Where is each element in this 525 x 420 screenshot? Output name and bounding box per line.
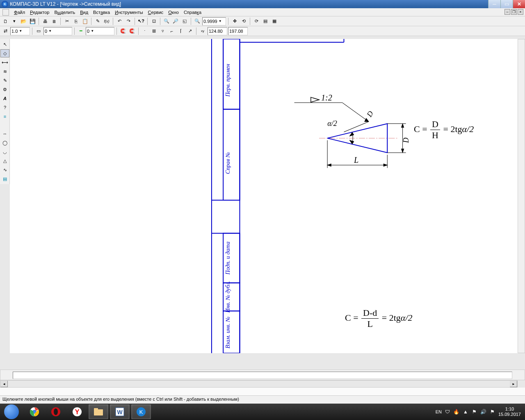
lcs-button[interactable]: ↗: [186, 27, 194, 35]
layer-combo[interactable]: 0▼: [86, 27, 114, 35]
maximize-button[interactable]: ▭: [500, 0, 513, 8]
preview-button[interactable]: 🗎: [50, 17, 58, 25]
menu-select[interactable]: Выделить: [52, 9, 78, 16]
layer-vis-icon[interactable]: ━: [77, 27, 85, 35]
window-layout2-button[interactable]: ▦: [270, 17, 278, 25]
formula-2: C = D-dL = 2tgα/2: [345, 308, 413, 329]
vt-arc-button[interactable]: ◡: [0, 148, 9, 156]
param-button[interactable]: ▿: [159, 27, 167, 35]
mdi-minimize-button[interactable]: –: [504, 9, 510, 15]
yandex-icon[interactable]: Y: [67, 404, 87, 419]
system-tray: EN 🛡 🔥 ▲ ⚑ 🔊 ⚑ 1:10 15.09.2017: [436, 406, 525, 417]
state-button[interactable]: ▭: [34, 27, 43, 35]
tray-volume-icon[interactable]: 🔊: [480, 409, 487, 415]
vt-line-button[interactable]: ↔: [0, 130, 9, 138]
explorer-icon[interactable]: [89, 404, 108, 419]
zoom-prev-button[interactable]: ⟲: [240, 17, 248, 25]
svg-marker-29: [327, 164, 331, 166]
vt-param-button[interactable]: ⚙: [0, 85, 9, 94]
mdi-restore-button[interactable]: ❐: [511, 9, 517, 15]
vt-hatch-button[interactable]: ▤: [0, 175, 9, 183]
zoom-window-button[interactable]: ⊡: [150, 17, 158, 25]
vt-dimensions-button[interactable]: ⟷: [0, 58, 9, 66]
coord-x-field[interactable]: 124.80: [208, 27, 227, 35]
step-combo[interactable]: 1.0▼: [10, 27, 30, 35]
zoom-in-button[interactable]: [162, 17, 171, 25]
menu-service[interactable]: Сервис: [146, 9, 166, 16]
snap1-icon[interactable]: ⋅: [141, 27, 149, 35]
scrollbar-vertical[interactable]: [518, 39, 525, 353]
mdi-close-button[interactable]: ×: [518, 9, 523, 15]
property-input[interactable]: [13, 372, 512, 379]
pan-button[interactable]: ✥: [231, 17, 239, 25]
vt-edit-button[interactable]: ✎: [0, 76, 9, 84]
start-button[interactable]: [0, 404, 23, 420]
tray-flag-icon[interactable]: ⚑: [471, 409, 478, 415]
tray-clock[interactable]: 1:10 15.09.2017: [498, 406, 521, 417]
zoom-scale-button[interactable]: 🔍: [193, 17, 201, 25]
refresh-button[interactable]: ⟳: [252, 17, 260, 25]
zoom-fit-button[interactable]: ◱: [180, 17, 189, 25]
copy-button[interactable]: [72, 17, 80, 25]
save-button[interactable]: [28, 17, 37, 25]
vt-circle-button[interactable]: ◯: [0, 139, 9, 147]
scroll-right-button[interactable]: ►: [510, 381, 517, 387]
menu-view[interactable]: Вид: [78, 9, 91, 16]
angle-label: α/2: [327, 119, 337, 128]
zoom-out-button[interactable]: [171, 17, 180, 25]
round-button[interactable]: ⌈: [177, 27, 185, 35]
tray-up-icon[interactable]: ▲: [462, 409, 469, 415]
scrollbar-horizontal[interactable]: ◄ ►: [0, 380, 518, 388]
coord-xy-icon: xy: [199, 27, 207, 35]
vt-measure-button[interactable]: ?: [0, 103, 9, 112]
chrome-icon[interactable]: [25, 404, 44, 419]
snap-settings-button[interactable]: 🧲: [128, 27, 136, 35]
vt-designations-button[interactable]: ≋: [0, 67, 9, 75]
menu-help[interactable]: Справка: [181, 9, 204, 16]
tray-net-icon[interactable]: ⚑: [489, 409, 496, 415]
word-icon[interactable]: W: [110, 404, 130, 419]
opera-icon[interactable]: [46, 404, 66, 419]
menu-file[interactable]: Файл: [11, 9, 27, 16]
vt-polygon-button[interactable]: △: [0, 157, 9, 165]
mdi-doc-icon[interactable]: [2, 9, 9, 16]
menu-tools[interactable]: Инструменты: [112, 9, 146, 16]
paste-button[interactable]: [81, 17, 89, 25]
new-dropdown[interactable]: ▾: [10, 17, 18, 25]
variables-button[interactable]: f(x): [103, 17, 111, 25]
drawing-canvas[interactable]: Перв. примен Справ № Подп. и дата Инв. №…: [10, 39, 525, 353]
vt-assoc-button[interactable]: ≡: [0, 112, 9, 121]
state-combo[interactable]: 0▼: [43, 27, 72, 35]
new-button[interactable]: [1, 17, 9, 25]
vt-cursor-button[interactable]: ↖: [0, 40, 9, 48]
properties-button[interactable]: ✎: [94, 17, 102, 25]
print-button[interactable]: [41, 17, 49, 25]
tray-lang[interactable]: EN: [436, 409, 442, 414]
menu-insert[interactable]: Вставка: [91, 9, 112, 16]
snap-toggle-button[interactable]: 🧲: [119, 27, 127, 35]
zoom-combo[interactable]: 0.9999▼: [202, 17, 226, 25]
step-button[interactable]: ⇄: [1, 27, 9, 35]
kompas-icon[interactable]: K: [131, 404, 151, 419]
taper-label: 1:2: [321, 93, 332, 102]
vt-spline-button[interactable]: ∿: [0, 166, 9, 174]
menu-edit[interactable]: Редактор: [27, 9, 52, 16]
tray-burn-icon[interactable]: 🔥: [453, 409, 460, 415]
grid-button[interactable]: ⊞: [150, 27, 158, 35]
coord-y-field[interactable]: 197.08: [228, 27, 248, 35]
formula-1: C = DH = 2tgα/2: [414, 119, 474, 141]
open-button[interactable]: [19, 17, 27, 25]
close-button[interactable]: ✕: [513, 0, 525, 8]
help-arrow-button[interactable]: ↖?: [137, 17, 145, 25]
ortho-button[interactable]: ⌐: [168, 27, 176, 35]
tray-shield-icon[interactable]: 🛡: [444, 409, 451, 415]
undo-button[interactable]: [115, 17, 123, 25]
vt-text-button[interactable]: A: [0, 94, 9, 103]
menu-window[interactable]: Окно: [166, 9, 181, 16]
minimize-button[interactable]: ─: [488, 0, 500, 8]
window-layout-button[interactable]: ▤: [261, 17, 269, 25]
cut-button[interactable]: [63, 17, 71, 25]
vt-geometry-button[interactable]: ◇: [0, 49, 9, 57]
redo-button[interactable]: [124, 17, 132, 25]
scroll-left-button[interactable]: ◄: [0, 381, 8, 387]
